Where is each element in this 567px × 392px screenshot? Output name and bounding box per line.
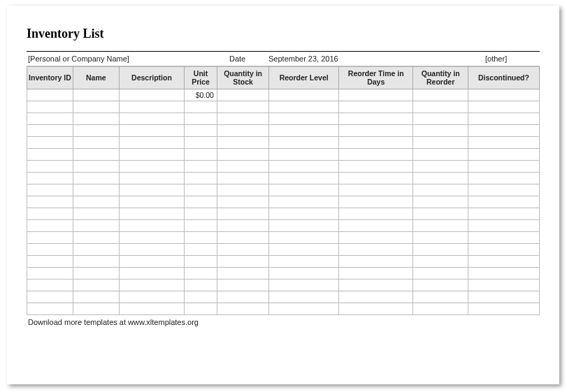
- cell-unit_price[interactable]: [185, 303, 217, 315]
- cell-reorder_time_days[interactable]: [339, 149, 413, 161]
- cell-reorder_level[interactable]: [269, 232, 339, 244]
- cell-discontinued[interactable]: [468, 173, 539, 184]
- cell-reorder_time_days[interactable]: [339, 125, 413, 137]
- cell-name[interactable]: [73, 303, 119, 315]
- cell-name[interactable]: [73, 268, 119, 280]
- cell-qty_in_stock[interactable]: [217, 173, 268, 184]
- cell-qty_in_stock[interactable]: [217, 303, 268, 315]
- cell-reorder_level[interactable]: [269, 89, 339, 101]
- cell-reorder_level[interactable]: [269, 125, 339, 137]
- cell-qty_in_stock[interactable]: [217, 268, 268, 280]
- cell-name[interactable]: [73, 113, 119, 125]
- cell-qty_in_reorder[interactable]: [413, 101, 468, 113]
- cell-reorder_time_days[interactable]: [339, 137, 413, 149]
- cell-discontinued[interactable]: [468, 161, 539, 173]
- cell-unit_price[interactable]: [185, 149, 217, 161]
- cell-name[interactable]: [73, 196, 119, 208]
- cell-name[interactable]: [73, 149, 119, 161]
- cell-qty_in_stock[interactable]: [217, 149, 268, 161]
- cell-description[interactable]: [119, 303, 184, 315]
- cell-name[interactable]: [73, 244, 119, 256]
- cell-reorder_time_days[interactable]: [339, 303, 413, 315]
- cell-reorder_level[interactable]: [269, 113, 339, 125]
- cell-reorder_time_days[interactable]: [339, 184, 413, 196]
- cell-name[interactable]: [73, 101, 119, 113]
- cell-name[interactable]: [73, 232, 119, 244]
- cell-unit_price[interactable]: [185, 208, 217, 220]
- cell-inventory_id[interactable]: [27, 149, 73, 161]
- cell-description[interactable]: [119, 184, 184, 196]
- cell-inventory_id[interactable]: [27, 256, 73, 268]
- cell-inventory_id[interactable]: [27, 208, 73, 220]
- cell-qty_in_stock[interactable]: [217, 184, 268, 196]
- cell-discontinued[interactable]: [468, 149, 539, 161]
- cell-inventory_id[interactable]: [27, 184, 73, 196]
- cell-discontinued[interactable]: [468, 208, 539, 220]
- cell-description[interactable]: [119, 291, 184, 303]
- cell-description[interactable]: [119, 244, 184, 256]
- cell-description[interactable]: [119, 280, 184, 291]
- cell-qty_in_reorder[interactable]: [413, 137, 468, 149]
- cell-qty_in_stock[interactable]: [217, 125, 268, 137]
- cell-description[interactable]: [119, 101, 184, 113]
- cell-reorder_time_days[interactable]: [339, 280, 413, 291]
- cell-reorder_level[interactable]: [269, 220, 339, 232]
- cell-discontinued[interactable]: [468, 256, 539, 268]
- cell-description[interactable]: [119, 173, 184, 184]
- cell-unit_price[interactable]: [185, 268, 217, 280]
- cell-reorder_time_days[interactable]: [339, 232, 413, 244]
- cell-reorder_level[interactable]: [269, 291, 339, 303]
- cell-qty_in_stock[interactable]: [217, 208, 268, 220]
- cell-reorder_time_days[interactable]: [339, 196, 413, 208]
- cell-discontinued[interactable]: [468, 137, 539, 149]
- cell-description[interactable]: [119, 256, 184, 268]
- cell-name[interactable]: [73, 208, 119, 220]
- cell-discontinued[interactable]: [468, 232, 539, 244]
- cell-inventory_id[interactable]: [27, 137, 73, 149]
- cell-unit_price[interactable]: [185, 161, 217, 173]
- cell-unit_price[interactable]: [185, 125, 217, 137]
- cell-description[interactable]: [119, 268, 184, 280]
- cell-inventory_id[interactable]: [27, 303, 73, 315]
- cell-discontinued[interactable]: [468, 244, 539, 256]
- cell-unit_price[interactable]: [185, 101, 217, 113]
- cell-unit_price[interactable]: [185, 220, 217, 232]
- cell-qty_in_stock[interactable]: [217, 137, 268, 149]
- cell-inventory_id[interactable]: [27, 113, 73, 125]
- cell-discontinued[interactable]: [468, 220, 539, 232]
- cell-reorder_time_days[interactable]: [339, 244, 413, 256]
- cell-qty_in_reorder[interactable]: [413, 220, 468, 232]
- cell-reorder_level[interactable]: [269, 268, 339, 280]
- cell-qty_in_reorder[interactable]: [413, 268, 468, 280]
- cell-unit_price[interactable]: [185, 232, 217, 244]
- cell-discontinued[interactable]: [468, 268, 539, 280]
- cell-description[interactable]: [119, 137, 184, 149]
- cell-inventory_id[interactable]: [27, 173, 73, 184]
- cell-qty_in_stock[interactable]: [217, 89, 268, 101]
- cell-inventory_id[interactable]: [27, 291, 73, 303]
- cell-reorder_level[interactable]: [269, 256, 339, 268]
- cell-reorder_time_days[interactable]: [339, 268, 413, 280]
- cell-unit_price[interactable]: $0.00: [185, 89, 217, 101]
- cell-reorder_level[interactable]: [269, 244, 339, 256]
- cell-qty_in_reorder[interactable]: [413, 280, 468, 291]
- cell-inventory_id[interactable]: [27, 232, 73, 244]
- cell-reorder_level[interactable]: [269, 137, 339, 149]
- cell-name[interactable]: [73, 89, 119, 101]
- cell-qty_in_reorder[interactable]: [413, 256, 468, 268]
- cell-qty_in_reorder[interactable]: [413, 291, 468, 303]
- cell-qty_in_stock[interactable]: [217, 196, 268, 208]
- cell-inventory_id[interactable]: [27, 89, 73, 101]
- cell-description[interactable]: [119, 89, 184, 101]
- cell-inventory_id[interactable]: [27, 161, 73, 173]
- cell-reorder_time_days[interactable]: [339, 101, 413, 113]
- cell-qty_in_stock[interactable]: [217, 280, 268, 291]
- cell-reorder_time_days[interactable]: [339, 89, 413, 101]
- cell-discontinued[interactable]: [468, 291, 539, 303]
- cell-description[interactable]: [119, 125, 184, 137]
- cell-description[interactable]: [119, 220, 184, 232]
- cell-name[interactable]: [73, 184, 119, 196]
- cell-unit_price[interactable]: [185, 184, 217, 196]
- cell-qty_in_reorder[interactable]: [413, 125, 468, 137]
- cell-reorder_level[interactable]: [269, 149, 339, 161]
